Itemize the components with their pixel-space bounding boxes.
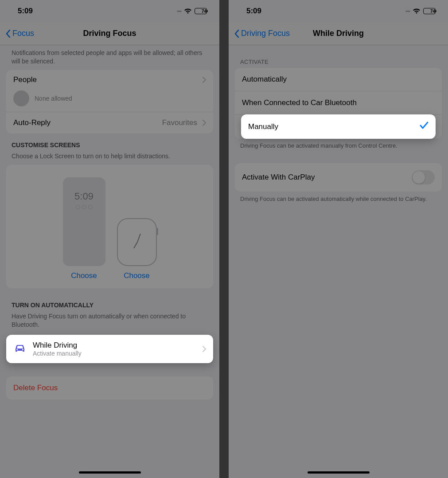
back-button[interactable]: Focus <box>0 29 34 38</box>
people-label: People <box>13 75 203 84</box>
avatar-placeholder <box>13 90 29 106</box>
chevron-left-icon <box>234 29 239 38</box>
auto-header: TURN ON AUTOMATICALLY <box>0 288 219 311</box>
chevron-right-icon <box>203 77 206 83</box>
status-time: 5:09 <box>18 7 33 16</box>
option-automatically[interactable]: Automatically <box>235 68 442 91</box>
while-driving-subtitle: Activate manually <box>33 350 196 357</box>
back-label: Driving Focus <box>241 29 290 38</box>
lock-screen-preview[interactable]: 5:09 <box>63 177 105 266</box>
page-title: While Driving <box>313 29 364 38</box>
status-bar: 5:09 •••• 74 <box>0 0 219 22</box>
battery-icon: 74 <box>195 8 207 14</box>
lock-screen-column: 5:09 Choose <box>63 177 105 280</box>
wifi-icon <box>413 8 421 14</box>
chevron-left-icon <box>5 29 11 38</box>
intro-text: Notifications from selected people and a… <box>0 45 219 70</box>
while-driving-title: While Driving <box>33 341 196 350</box>
customise-screens-desc: Choose a Lock Screen to turn on to help … <box>0 151 219 165</box>
car-icon <box>13 343 27 355</box>
back-button[interactable]: Driving Focus <box>229 29 290 38</box>
cellular-dots-icon: •••• <box>177 9 181 14</box>
activate-footer: Driving Focus can be activated manually … <box>229 138 448 153</box>
watch-preview[interactable] <box>117 218 157 266</box>
option-car-bluetooth[interactable]: When Connected to Car Bluetooth <box>235 91 442 115</box>
watch-column: Choose <box>117 177 157 280</box>
chevron-right-icon <box>203 120 206 126</box>
delete-focus-button[interactable]: Delete Focus <box>6 376 213 400</box>
carplay-group: Activate With CarPlay <box>235 163 442 192</box>
people-row[interactable]: People None allowed <box>6 70 213 112</box>
while-driving-row[interactable]: While Driving Activate manually <box>6 335 213 363</box>
screens-group: 5:09 Choose Choose <box>6 165 213 288</box>
activate-header: ACTIVATE <box>229 45 448 68</box>
option-manually-label: Manually <box>248 122 420 131</box>
cellular-dots-icon: •••• <box>405 9 410 14</box>
status-time: 5:09 <box>246 7 261 16</box>
home-indicator[interactable] <box>79 471 141 474</box>
choose-lock-button[interactable]: Choose <box>71 271 97 280</box>
lock-preview-time: 5:09 <box>74 191 93 202</box>
option-manually[interactable]: Manually <box>241 114 436 139</box>
page-title: Driving Focus <box>83 29 136 38</box>
lock-preview-dots <box>76 205 93 209</box>
option-automatically-label: Automatically <box>242 75 435 84</box>
auto-desc: Have Driving Focus turn on automatically… <box>0 311 219 335</box>
allowed-group: People None allowed Auto-Reply Favourite… <box>6 70 213 133</box>
back-label: Focus <box>12 29 34 38</box>
phone-left-driving-focus: 5:09 •••• 74 Focus Driving Focus Notific… <box>0 0 219 478</box>
auto-reply-value: Favourites <box>162 118 197 127</box>
carplay-toggle[interactable] <box>412 170 435 184</box>
home-indicator[interactable] <box>308 471 370 474</box>
battery-icon: 74 <box>423 8 436 14</box>
option-car-bluetooth-label: When Connected to Car Bluetooth <box>242 98 435 107</box>
auto-reply-label: Auto-Reply <box>13 118 157 127</box>
chevron-right-icon <box>203 346 206 352</box>
carplay-row[interactable]: Activate With CarPlay <box>235 163 442 192</box>
status-bar: 5:09 •••• 74 <box>229 0 448 22</box>
carplay-label: Activate With CarPlay <box>242 173 412 182</box>
carplay-footer: Driving Focus can be activated automatic… <box>229 192 448 207</box>
wifi-icon <box>184 8 192 14</box>
nav-bar: Driving Focus While Driving <box>229 22 448 45</box>
none-allowed-text: None allowed <box>35 95 72 102</box>
phone-right-while-driving: 5:09 •••• 74 Driving Focus While Driving… <box>229 0 448 478</box>
choose-watch-button[interactable]: Choose <box>124 271 150 280</box>
nav-bar: Focus Driving Focus <box>0 22 219 45</box>
activate-group: Automatically When Connected to Car Blue… <box>235 68 442 139</box>
checkmark-icon <box>420 121 429 132</box>
customise-screens-header: CUSTOMISE SCREENS <box>0 133 219 151</box>
auto-reply-row[interactable]: Auto-Reply Favourites <box>6 112 213 133</box>
